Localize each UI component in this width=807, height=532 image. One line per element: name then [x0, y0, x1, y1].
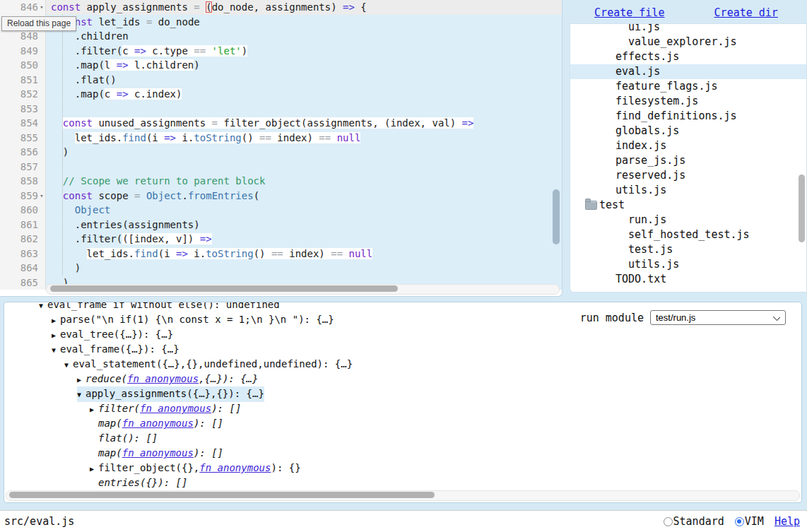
fold-arrow-icon[interactable]: ▾ [38, 189, 45, 203]
file-item[interactable]: TODO.txt [570, 272, 806, 287]
code-text[interactable]: .children [46, 29, 562, 44]
code-editor-panel[interactable]: 846▾const apply_assignments = (do_node, … [0, 0, 562, 297]
code-line[interactable]: 846▾const apply_assignments = (do_node, … [0, 0, 562, 15]
calltree-horizontal-scrollbar[interactable] [6, 490, 800, 501]
filetree-vertical-scrollbar-thumb[interactable] [799, 175, 805, 242]
calltree-node-content[interactable]: map(fn anonymous): [] [90, 418, 223, 429]
code-text[interactable]: const scope = Object.fromEntries( [46, 189, 562, 203]
calltree-node[interactable]: ▶reduce(fn anonymous,{…}): {…} [4, 372, 801, 386]
file-item[interactable]: find_definitions.js [570, 109, 806, 124]
collapse-arrow-icon[interactable]: ▼ [52, 343, 60, 357]
file-item[interactable]: utils.js [570, 257, 806, 272]
calltree-node-selected[interactable]: ▼apply_assignments({…},{}): {…} [77, 386, 264, 402]
code-line[interactable]: 850 .map(l => l.children) [0, 58, 562, 73]
code-line[interactable]: 860 Object [0, 203, 562, 218]
code-line[interactable]: 863 let_ids.find(i => i.toString() == in… [0, 247, 562, 261]
code-text[interactable]: .entries(assignments) [46, 218, 562, 232]
calltree-node[interactable]: ▼eval_frame({…}): {…} [4, 342, 801, 357]
file-item[interactable]: value_explorer.js [570, 35, 806, 49]
editor-horizontal-scrollbar-thumb[interactable] [50, 285, 398, 292]
fn-anonymous-link[interactable]: fn anonymous [122, 418, 194, 429]
code-line[interactable]: 858 // Scope we return to parent block [0, 174, 562, 189]
code-line[interactable]: 855 let_ids.find(i => i.toString() == in… [0, 131, 562, 146]
code-line[interactable]: 853 [0, 102, 562, 117]
calltree-node-content[interactable]: flat(): [] [90, 432, 158, 444]
code-line[interactable]: 849 .filter(c => c.type == 'let') [0, 44, 562, 59]
create-file-link[interactable]: Create file [594, 6, 664, 19]
file-item[interactable]: filesystem.js [570, 94, 806, 109]
file-tree-panel[interactable]: ui.jsvalue_explorer.jseffects.jseval.jsf… [570, 23, 807, 292]
code-text[interactable] [46, 102, 562, 117]
file-item[interactable]: utils.js [570, 183, 806, 198]
code-text[interactable]: const let_ids = do_node [46, 15, 562, 30]
fold-arrow-icon[interactable]: ▾ [38, 0, 45, 15]
calltree-node[interactable]: ▶eval_tree({…}): {…} [4, 327, 801, 342]
code-line[interactable]: 856 ) [0, 145, 562, 160]
code-text[interactable]: .filter(([index, v]) => [46, 232, 562, 247]
code-line[interactable]: 864 ) [0, 261, 562, 276]
expand-arrow-icon[interactable]: ▶ [52, 313, 60, 328]
code-line[interactable]: 857 [0, 160, 562, 175]
expand-arrow-icon[interactable]: ▶ [52, 328, 60, 343]
calltree-node-content[interactable]: ▼eval_statement({…},{},undefined,undefin… [64, 358, 353, 370]
collapse-arrow-icon[interactable]: ▼ [64, 357, 73, 372]
editor-vertical-scrollbar-thumb[interactable] [553, 189, 560, 244]
editor-horizontal-scrollbar[interactable] [46, 284, 560, 295]
calltree-node[interactable]: map(fn anonymous): [] [4, 416, 801, 431]
fn-anonymous-link[interactable]: fn anonymous [140, 403, 211, 414]
keybindings-vim-radio[interactable]: VIM [735, 515, 764, 528]
code-text[interactable]: const apply_assignments = (do_node, assi… [46, 0, 562, 15]
keybindings-standard-radio[interactable]: Standard [664, 515, 724, 528]
folder-item[interactable]: test [570, 198, 806, 213]
expand-arrow-icon[interactable]: ▶ [90, 461, 98, 476]
calltree-node[interactable]: ▼apply_assignments({…},{}): {…} [4, 386, 801, 401]
file-item[interactable]: feature_flags.js [570, 79, 806, 94]
code-text[interactable]: ) [46, 261, 562, 276]
calltree-horizontal-scrollbar-thumb[interactable] [9, 492, 435, 498]
collapse-arrow-icon[interactable]: ▼ [39, 302, 47, 313]
calltree-node-content[interactable]: entries({}): [] [90, 477, 187, 488]
code-line[interactable]: 851 .flat() [0, 73, 562, 88]
file-item[interactable]: effects.js [570, 49, 806, 64]
code-text[interactable]: // Scope we return to parent block [46, 174, 562, 189]
calltree-node-content[interactable]: ▶filter_object({},fn anonymous): {} [90, 462, 301, 473]
collapse-arrow-icon[interactable]: ▼ [77, 387, 86, 402]
calltree-node-content[interactable]: ▼eval_frame if without else(): undefined [39, 302, 280, 310]
calltree-node-content[interactable]: map(fn anonymous): [] [90, 447, 223, 459]
code-text[interactable]: .filter(c => c.type == 'let') [46, 44, 562, 59]
code-line[interactable]: 861 .entries(assignments) [0, 218, 562, 232]
code-line[interactable]: 862 .filter(([index, v]) => [0, 232, 562, 247]
create-dir-link[interactable]: Create dir [714, 6, 778, 19]
calltree-node-content[interactable]: ▶eval_tree({…}): {…} [52, 329, 173, 340]
file-item[interactable]: reserved.js [570, 168, 806, 183]
code-text[interactable]: .map(l => l.children) [46, 58, 562, 73]
code-text[interactable]: let_ids.find(i => i.toString() == index)… [46, 247, 562, 261]
fn-anonymous-link[interactable]: fn anonymous [199, 462, 271, 473]
calltree-panel[interactable]: ▼eval_frame if without else(): undefined… [4, 302, 802, 503]
file-item[interactable]: self_hosted_test.js [570, 227, 806, 242]
code-line[interactable]: 852 .map(c => c.index) [0, 87, 562, 102]
code-text[interactable]: ) [46, 145, 562, 160]
file-item[interactable]: globals.js [570, 124, 806, 138]
calltree-node[interactable]: ▼eval_statement({…},{},undefined,undefin… [4, 357, 801, 372]
code-text[interactable]: Object [46, 203, 562, 218]
code-text[interactable]: const unused_assignments = filter_object… [46, 116, 562, 131]
code-line[interactable]: 848 .children [0, 29, 562, 44]
run-module-select[interactable]: test/run.js [650, 310, 786, 325]
file-item[interactable]: eval.js [570, 64, 806, 79]
calltree-node-content[interactable]: ▼eval_frame({…}): {…} [52, 343, 179, 355]
fn-anonymous-link[interactable]: fn anonymous [122, 447, 194, 459]
code-text[interactable] [46, 160, 562, 175]
help-link[interactable]: Help [774, 515, 800, 528]
file-item[interactable]: index.js [570, 138, 806, 153]
file-item[interactable]: run.js [570, 213, 806, 227]
code-line[interactable]: 847 const let_ids = do_node [0, 15, 562, 30]
calltree-node-content[interactable]: ▶reduce(fn anonymous,{…}): {…} [77, 373, 258, 384]
code-line[interactable]: 859▾ const scope = Object.fromEntries( [0, 189, 562, 203]
calltree-node[interactable]: ▶filter(fn anonymous): [] [4, 401, 801, 416]
code-text[interactable]: .flat() [46, 73, 562, 88]
calltree-node[interactable]: entries({}): [] [4, 475, 801, 490]
expand-arrow-icon[interactable]: ▶ [77, 372, 86, 387]
code-text[interactable]: .map(c => c.index) [46, 87, 562, 102]
fn-anonymous-link[interactable]: fn anonymous [127, 373, 199, 384]
